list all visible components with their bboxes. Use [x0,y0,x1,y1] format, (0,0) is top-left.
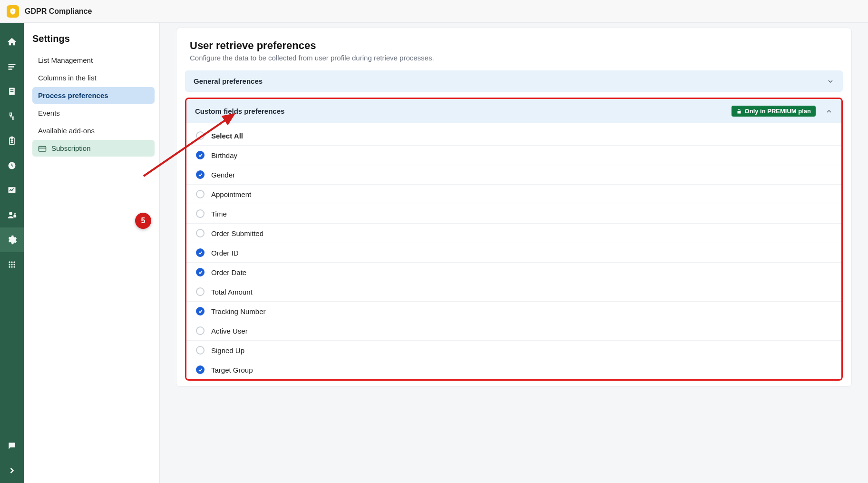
checkbox[interactable] [196,248,205,257]
field-label: Tracking Number [211,307,265,315]
field-row[interactable]: Signed Up [186,341,841,360]
field-label: Order Submitted [211,229,263,237]
page-title: User retrieve preferences [190,39,838,52]
chevron-down-icon [827,78,834,85]
premium-badge[interactable]: Only in PREMIUM plan [731,106,816,117]
field-row[interactable]: Total Amount [186,282,841,302]
field-row[interactable]: Time [186,204,841,224]
field-row[interactable]: Gender [186,165,841,185]
checkbox[interactable] [196,131,205,140]
checkbox[interactable] [196,326,205,335]
checkbox[interactable] [196,170,205,179]
sidebar-item-list-management[interactable]: List Management [32,52,155,69]
field-row[interactable]: Order Date [186,263,841,282]
settings-heading: Settings [32,33,155,44]
checkbox[interactable] [196,151,205,159]
section-title: General preferences [194,77,263,85]
field-label: Signed Up [211,346,244,355]
svg-point-17 [9,264,10,265]
svg-point-9 [11,140,12,141]
rail-user-lock-icon[interactable] [0,203,24,227]
field-label: Select All [211,132,243,140]
preferences-card: User retrieve preferences Configure the … [176,28,852,387]
settings-sidebar: Settings List Management Columns in the … [24,23,160,483]
svg-point-12 [9,212,12,215]
rail-clock-icon[interactable] [0,153,24,178]
app-title: GDPR Compliance [25,7,92,16]
top-bar: GDPR Compliance [0,0,868,23]
card-icon [38,145,47,152]
svg-rect-3 [9,69,12,70]
field-row[interactable]: Target Group [186,360,841,379]
sidebar-item-columns[interactable]: Columns in the list [32,69,155,86]
field-row[interactable]: Active User [186,321,841,341]
sidebar-item-label: Events [38,109,60,117]
svg-point-14 [9,261,10,263]
sidebar-item-subscription[interactable]: Subscription [32,140,155,157]
svg-rect-5 [10,89,14,90]
field-row[interactable]: Order ID [186,243,841,263]
sidebar-item-label: Columns in the list [38,74,97,82]
svg-rect-23 [39,146,46,151]
section-title: Custom fields preferences [195,107,284,115]
app-logo [7,5,19,18]
svg-rect-13 [13,215,16,217]
checkbox[interactable] [196,307,205,315]
custom-fields-header[interactable]: Custom fields preferences Only in PREMIU… [186,99,841,123]
main-content: User retrieve preferences Configure the … [160,23,868,483]
rail-settings-icon[interactable] [0,227,24,252]
checkbox[interactable] [196,268,205,276]
field-row[interactable]: Birthday [186,146,841,165]
rail-clipboard-icon[interactable] [0,128,24,153]
lock-open-icon [736,108,742,114]
svg-rect-2 [9,66,14,68]
sidebar-item-label: List Management [38,56,93,64]
field-row[interactable]: Tracking Number [186,302,841,321]
svg-rect-8 [11,137,13,138]
checkbox[interactable] [196,209,205,218]
rail-chat-icon[interactable] [0,434,24,458]
rail-transfer-icon[interactable] [0,104,24,128]
svg-point-19 [13,264,15,265]
rail-home-icon[interactable] [0,30,24,54]
sidebar-item-label: Process preferences [38,91,108,99]
checkbox[interactable] [196,346,205,355]
rail-expand-icon[interactable] [0,458,24,483]
field-label: Active User [211,327,248,335]
rail-doc-icon[interactable] [0,79,24,104]
custom-fields-list: Select AllBirthdayGenderAppointmentTimeO… [186,123,841,379]
sidebar-item-process-preferences[interactable]: Process preferences [32,87,155,104]
sidebar-item-label: Subscription [51,144,91,152]
field-label: Order ID [211,249,239,257]
field-label: Time [211,210,227,218]
general-preferences-header[interactable]: General preferences [185,70,843,92]
rail-list-icon[interactable] [0,54,24,79]
sidebar-item-events[interactable]: Events [32,105,155,121]
svg-point-22 [13,266,15,267]
field-row[interactable]: Select All [186,126,841,146]
svg-rect-6 [10,91,14,92]
checkbox[interactable] [196,190,205,198]
svg-point-20 [9,266,10,267]
page-subtitle: Configure the data to be collected from … [190,54,838,62]
custom-fields-section: Custom fields preferences Only in PREMIU… [185,98,843,381]
premium-badge-text: Only in PREMIUM plan [745,108,811,115]
sidebar-item-addons[interactable]: Available add-ons [32,122,155,139]
field-row[interactable]: Appointment [186,185,841,204]
svg-point-16 [13,261,15,263]
svg-point-15 [11,261,12,263]
svg-point-18 [11,264,12,265]
checkbox[interactable] [196,229,205,237]
sidebar-item-label: Available add-ons [38,127,95,135]
field-label: Total Amount [211,288,253,296]
field-label: Gender [211,171,235,179]
checkbox[interactable] [196,287,205,296]
checkbox[interactable] [196,365,205,374]
rail-chart-icon[interactable] [0,178,24,203]
field-row[interactable]: Order Submitted [186,224,841,243]
general-preferences-section: General preferences [185,70,843,92]
field-label: Appointment [211,190,251,198]
field-label: Target Group [211,366,253,374]
rail-apps-icon[interactable] [0,252,24,277]
field-label: Birthday [211,151,237,159]
